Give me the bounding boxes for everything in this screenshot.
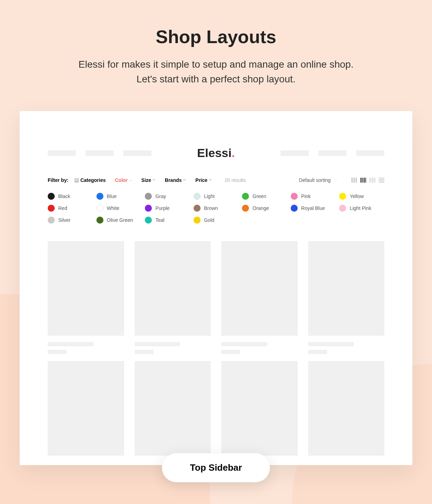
color-dot-icon bbox=[96, 205, 103, 212]
color-swatch-red[interactable]: Red bbox=[48, 205, 93, 212]
filter-categories[interactable]: Categories bbox=[75, 177, 106, 183]
product-card[interactable] bbox=[221, 361, 298, 456]
color-swatch-silver[interactable]: Silver bbox=[48, 217, 93, 224]
color-swatch-black[interactable]: Black bbox=[48, 193, 93, 200]
color-dot-icon bbox=[339, 205, 346, 212]
color-swatch-green[interactable]: Green bbox=[242, 193, 287, 200]
filter-color[interactable]: Color︿ bbox=[115, 177, 132, 183]
filter-brands[interactable]: Brands﹀ bbox=[165, 177, 186, 183]
product-card[interactable] bbox=[135, 361, 211, 456]
chevron-down-icon: ﹀ bbox=[183, 178, 186, 183]
chevron-down-icon: ﹀ bbox=[209, 178, 212, 183]
product-title-placeholder bbox=[308, 342, 354, 346]
logo[interactable]: Elessi. bbox=[197, 146, 235, 160]
color-filter-panel: BlackBlueGrayLightGreenPinkYellowRedWhit… bbox=[20, 183, 412, 224]
layout-name-button[interactable]: Top Sidebar bbox=[162, 453, 270, 482]
product-title-placeholder bbox=[48, 342, 94, 346]
view-grid-4-icon[interactable] bbox=[360, 178, 366, 183]
color-label: Green bbox=[252, 193, 266, 199]
color-label: Light Pink bbox=[350, 205, 371, 211]
list-icon bbox=[75, 178, 79, 182]
color-label: Purple bbox=[155, 205, 169, 211]
nav-item-placeholder[interactable] bbox=[48, 150, 76, 156]
color-dot-icon bbox=[242, 193, 249, 200]
nav-item-placeholder[interactable] bbox=[281, 150, 309, 156]
color-swatch-olive-green[interactable]: Olive Green bbox=[96, 217, 142, 224]
page-title: Shop Layouts bbox=[0, 0, 432, 47]
color-dot-icon bbox=[339, 193, 346, 200]
color-swatch-teal[interactable]: Teal bbox=[145, 217, 190, 224]
color-label: Royal Blue bbox=[301, 205, 325, 211]
nav-item-placeholder[interactable] bbox=[318, 150, 346, 156]
color-swatch-purple[interactable]: Purple bbox=[145, 205, 190, 212]
view-grid-3-icon[interactable] bbox=[351, 178, 357, 183]
color-swatch-royal-blue[interactable]: Royal Blue bbox=[291, 205, 336, 212]
color-label: Red bbox=[58, 205, 67, 211]
product-title-placeholder bbox=[135, 342, 181, 346]
color-dot-icon bbox=[145, 205, 152, 212]
color-label: White bbox=[107, 205, 120, 211]
color-swatch-light-pink[interactable]: Light Pink bbox=[339, 205, 384, 212]
color-label: Silver bbox=[58, 217, 70, 223]
product-price-placeholder bbox=[308, 350, 327, 354]
color-dot-icon bbox=[242, 205, 249, 212]
view-switcher bbox=[351, 178, 384, 183]
color-label: Pink bbox=[301, 193, 311, 199]
color-swatch-gray[interactable]: Gray bbox=[145, 193, 190, 200]
product-card[interactable] bbox=[135, 241, 211, 354]
filter-size[interactable]: Size﹀ bbox=[141, 177, 156, 183]
color-dot-icon bbox=[48, 193, 55, 200]
color-label: Brown bbox=[204, 205, 218, 211]
color-swatch-light[interactable]: Light bbox=[194, 193, 239, 200]
filter-price[interactable]: Price﹀ bbox=[195, 177, 212, 183]
color-dot-icon bbox=[48, 217, 55, 224]
chevron-down-icon: ﹀ bbox=[334, 178, 337, 183]
product-image-placeholder bbox=[221, 241, 298, 336]
nav-item-placeholder[interactable] bbox=[86, 150, 114, 156]
results-count: 20 results bbox=[225, 177, 246, 183]
color-swatch-gold[interactable]: Gold bbox=[194, 217, 239, 224]
color-label: Gold bbox=[204, 217, 215, 223]
product-card[interactable] bbox=[48, 361, 124, 456]
color-swatch-white[interactable]: White bbox=[96, 205, 142, 212]
product-grid bbox=[20, 224, 412, 456]
filter-bar: Filter by: Categories Color︿ Size﹀ Brand… bbox=[20, 160, 412, 183]
view-list-icon[interactable] bbox=[379, 178, 384, 183]
color-label: Gray bbox=[155, 193, 166, 199]
product-image-placeholder bbox=[308, 241, 385, 336]
color-dot-icon bbox=[194, 193, 201, 200]
sort-dropdown[interactable]: Default sorting﹀ bbox=[299, 177, 337, 183]
color-dot-icon bbox=[96, 193, 103, 200]
page-subtitle: Elessi for makes it simple to setup and … bbox=[0, 57, 432, 87]
product-card[interactable] bbox=[221, 241, 298, 354]
color-dot-icon bbox=[96, 217, 103, 224]
product-card[interactable] bbox=[48, 241, 124, 354]
color-swatch-pink[interactable]: Pink bbox=[291, 193, 336, 200]
product-card[interactable] bbox=[308, 361, 385, 456]
nav-item-placeholder[interactable] bbox=[123, 150, 151, 156]
color-label: Orange bbox=[252, 205, 269, 211]
chevron-down-icon: ﹀ bbox=[153, 178, 156, 183]
color-swatch-brown[interactable]: Brown bbox=[194, 205, 239, 212]
product-price-placeholder bbox=[221, 350, 240, 354]
product-price-placeholder bbox=[135, 350, 154, 354]
product-card[interactable] bbox=[308, 241, 385, 354]
color-dot-icon bbox=[145, 217, 152, 224]
view-grid-5-icon[interactable] bbox=[370, 178, 375, 183]
color-dot-icon bbox=[194, 217, 201, 224]
color-label: Light bbox=[204, 193, 215, 199]
product-image-placeholder bbox=[48, 361, 124, 456]
filter-by-label: Filter by: bbox=[48, 177, 68, 183]
color-label: Olive Green bbox=[107, 217, 133, 223]
color-swatch-blue[interactable]: Blue bbox=[96, 193, 142, 200]
nav-item-placeholder[interactable] bbox=[356, 150, 384, 156]
color-swatch-orange[interactable]: Orange bbox=[242, 205, 287, 212]
color-dot-icon bbox=[145, 193, 152, 200]
chevron-up-icon: ︿ bbox=[129, 178, 132, 183]
color-label: Black bbox=[58, 193, 70, 199]
color-swatch-yellow[interactable]: Yellow bbox=[339, 193, 384, 200]
product-price-placeholder bbox=[48, 350, 67, 354]
header-nav: Elessi. bbox=[20, 111, 412, 160]
product-image-placeholder bbox=[308, 361, 385, 456]
color-dot-icon bbox=[48, 205, 55, 212]
